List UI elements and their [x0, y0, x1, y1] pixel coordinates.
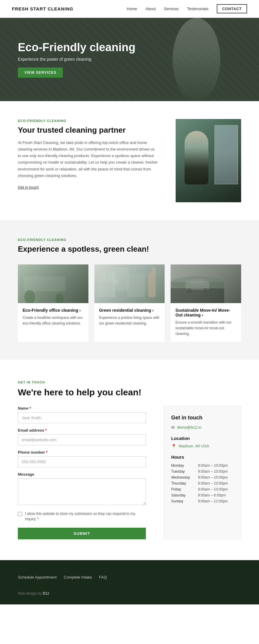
svg-rect-10	[127, 273, 145, 297]
contact-section-label: GET IN TOUCH	[18, 380, 241, 384]
email-row: ✉ demo@b12.io	[171, 425, 234, 430]
service-card-movein-image	[171, 264, 241, 303]
hours-time: 9:00am – 10:00pm	[198, 486, 234, 492]
message-label: Message	[18, 472, 146, 477]
consent-checkbox[interactable]	[18, 512, 22, 516]
location-link[interactable]: Madison, WI USA	[179, 444, 209, 448]
nav-contact-button[interactable]: CONTACT	[217, 4, 247, 13]
hours-time: 9:00am – 10:00pm	[198, 463, 234, 468]
about-section-label: ECO-FRIENDLY CLEANING	[18, 119, 158, 123]
hours-day: Wednesday	[171, 474, 198, 480]
svg-rect-8	[99, 272, 106, 282]
footer-link-schedule[interactable]: Schedule Appointment	[18, 575, 57, 579]
svg-rect-18	[190, 279, 205, 285]
service-card-residential-body: Green residential cleaning Experience a …	[94, 303, 165, 331]
nav-testimonials[interactable]: Testimonials	[187, 7, 208, 11]
hours-day: Thursday	[171, 480, 198, 486]
hours-day: Sunday	[171, 498, 198, 504]
hours-row: Thursday9:00am – 10:00pm	[171, 480, 234, 486]
footer-link-intake[interactable]: Complete Intake	[64, 575, 92, 579]
hours-day: Tuesday	[171, 468, 198, 474]
consent-text: I allow this website to store my submiss…	[25, 511, 146, 522]
brand-name: FRESH START CLEANING	[12, 6, 73, 11]
hero-subheading: Experience the power of green cleaning	[18, 57, 135, 62]
hours-row: Sunday9:00am – 12:00pm	[171, 498, 234, 504]
hours-row: Saturday9:00am – 6:00pm	[171, 492, 234, 498]
location-row: 📍 Madison, WI USA	[171, 444, 234, 449]
email-label: Email address *	[18, 428, 146, 433]
phone-label: Phone number *	[18, 450, 146, 455]
hours-day: Friday	[171, 486, 198, 492]
about-text: ECO-FRIENDLY CLEANING Your trusted clean…	[18, 119, 158, 190]
phone-input[interactable]	[18, 456, 146, 467]
service-card-movein-body: Sustainable Move-In/ Move-Out cleaning E…	[171, 303, 241, 342]
hours-row: Tuesday9:00am – 10:00pm	[171, 468, 234, 474]
hours-time: 9:00am – 10:00pm	[198, 474, 234, 480]
service-card-residential-desc: Experience a pristine living space with …	[99, 315, 160, 326]
contact-section: GET IN TOUCH We're here to help you clea…	[0, 360, 259, 560]
consent-row: I allow this website to store my submiss…	[18, 511, 146, 522]
message-input[interactable]	[18, 478, 146, 505]
service-card-office-body: Eco-Friendly office cleaning Create a he…	[18, 303, 88, 331]
hero-cta-button[interactable]: VIEW SERVICES	[18, 68, 63, 78]
service-card-office-title[interactable]: Eco-Friendly office cleaning	[23, 308, 84, 313]
about-body: At Fresh Start Cleaning, we take pride i…	[18, 140, 158, 179]
about-get-in-touch-link[interactable]: Get in touch	[18, 185, 39, 189]
services-heading: Experience a spotless, green clean!	[18, 245, 241, 254]
contact-form-column: Name * Email address * Phone number *	[18, 406, 146, 539]
phone-field-group: Phone number *	[18, 450, 146, 467]
services-section: ECO-FRIENDLY CLEANING Experience a spotl…	[0, 220, 259, 360]
service-card-residential-image	[94, 264, 165, 303]
email-field-group: Email address *	[18, 428, 146, 445]
service-card-office-image	[18, 264, 88, 303]
residential-illustration	[94, 264, 148, 303]
email-input[interactable]	[18, 434, 146, 445]
email-icon: ✉	[171, 425, 175, 430]
service-card-movein-title[interactable]: Sustainable Move-In/ Move-Out cleaning	[175, 308, 236, 317]
hours-row: Wednesday9:00am – 10:00pm	[171, 474, 234, 480]
svg-point-4	[24, 290, 35, 303]
hours-day: Saturday	[171, 492, 198, 498]
footer-link-faq[interactable]: FAQ	[99, 575, 107, 579]
footer-credit-text: Web design by	[18, 591, 41, 596]
contact-inner: Name * Email address * Phone number *	[18, 406, 241, 539]
service-card-office-link[interactable]: Eco-Friendly office cleaning	[23, 308, 81, 313]
hours-time: 9:00am – 12:00pm	[198, 498, 234, 504]
hero-heading: Eco-Friendly cleaning	[18, 41, 135, 54]
nav-home[interactable]: Home	[127, 7, 137, 11]
svg-rect-14	[171, 288, 224, 303]
location-icon: 📍	[171, 444, 176, 449]
about-heading: Your trusted cleaning partner	[18, 126, 158, 135]
footer-credit-brand: B12	[43, 591, 49, 596]
footer: Schedule Appointment Complete Intake FAQ…	[0, 560, 259, 604]
services-grid: Eco-Friendly office cleaning Create a he…	[18, 264, 241, 342]
hours-table: Monday9:00am – 10:00pmTuesday9:00am – 10…	[171, 463, 234, 504]
svg-point-5	[55, 293, 64, 303]
location-heading: Location	[171, 436, 234, 441]
service-card-movein-desc: Ensure a smooth transition with our sust…	[175, 320, 236, 337]
about-image-overlay	[176, 119, 241, 202]
contact-form: Name * Email address * Phone number *	[18, 406, 146, 539]
svg-rect-6	[24, 276, 65, 291]
footer-bottom: Web design by B12	[18, 591, 241, 596]
service-card-office: Eco-Friendly office cleaning Create a he…	[18, 264, 88, 342]
service-card-movein: Sustainable Move-In/ Move-Out cleaning E…	[171, 264, 241, 342]
submit-button[interactable]: SUBMIT	[18, 528, 146, 539]
office-illustration	[18, 264, 71, 303]
service-card-residential-link[interactable]: Green residential cleaning	[99, 308, 154, 313]
nav-links: Home About Services Testimonials CONTACT	[127, 4, 247, 13]
services-section-label: ECO-FRIENDLY CLEANING	[18, 238, 241, 242]
service-card-movein-link[interactable]: Sustainable Move-In/ Move-Out cleaning	[175, 308, 230, 317]
hours-day: Monday	[171, 463, 198, 468]
main-nav: FRESH START CLEANING Home About Services…	[0, 0, 259, 18]
email-link[interactable]: demo@b12.io	[177, 425, 201, 430]
service-card-residential-title[interactable]: Green residential cleaning	[99, 308, 160, 313]
hours-row: Friday9:00am – 10:00pm	[171, 486, 234, 492]
spray-bottle-decoration	[148, 273, 156, 297]
message-field-group: Message	[18, 472, 146, 506]
nav-services[interactable]: Services	[164, 7, 179, 11]
contact-info-panel: Get in touch ✉ demo@b12.io Location 📍 Ma…	[164, 406, 241, 539]
nav-about[interactable]: About	[146, 7, 156, 11]
name-input[interactable]	[18, 412, 146, 423]
name-label: Name *	[18, 406, 146, 410]
